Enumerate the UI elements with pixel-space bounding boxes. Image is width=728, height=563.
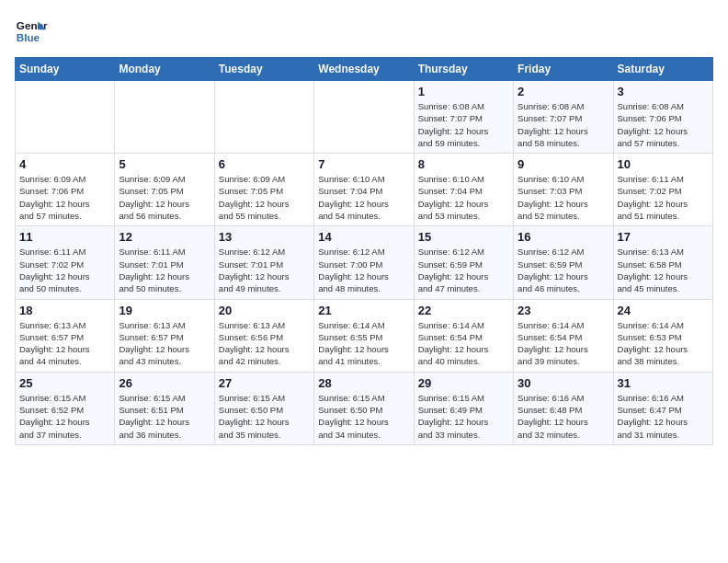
day-number: 16 (518, 230, 609, 244)
day-number: 29 (418, 376, 509, 390)
calendar-cell: 17Sunrise: 6:13 AMSunset: 6:58 PMDayligh… (613, 226, 712, 299)
calendar-cell (16, 81, 115, 154)
day-number: 17 (618, 230, 709, 244)
day-info: Sunrise: 6:13 AMSunset: 6:57 PMDaylight:… (119, 319, 210, 368)
calendar-cell: 15Sunrise: 6:12 AMSunset: 6:59 PMDayligh… (414, 226, 513, 299)
day-info: Sunrise: 6:09 AMSunset: 7:05 PMDaylight:… (119, 173, 210, 222)
day-number: 26 (119, 376, 210, 390)
day-info: Sunrise: 6:09 AMSunset: 7:05 PMDaylight:… (219, 173, 310, 222)
svg-text:Blue: Blue (17, 31, 40, 43)
header: General Blue (15, 15, 713, 48)
calendar-cell: 6Sunrise: 6:09 AMSunset: 7:05 PMDaylight… (214, 154, 313, 226)
day-info: Sunrise: 6:13 AMSunset: 6:58 PMDaylight:… (618, 246, 709, 294)
calendar-cell: 2Sunrise: 6:08 AMSunset: 7:07 PMDaylight… (514, 81, 613, 154)
day-info: Sunrise: 6:11 AMSunset: 7:01 PMDaylight:… (119, 246, 210, 294)
calendar-cell: 3Sunrise: 6:08 AMSunset: 7:06 PMDaylight… (613, 81, 712, 154)
day-number: 15 (418, 230, 509, 244)
day-number: 23 (518, 304, 609, 317)
calendar-cell: 24Sunrise: 6:14 AMSunset: 6:53 PMDayligh… (613, 299, 712, 372)
day-info: Sunrise: 6:11 AMSunset: 7:02 PMDaylight:… (19, 246, 110, 294)
day-info: Sunrise: 6:09 AMSunset: 7:06 PMDaylight:… (19, 173, 110, 222)
calendar-cell: 30Sunrise: 6:16 AMSunset: 6:48 PMDayligh… (514, 372, 613, 444)
day-number: 6 (219, 157, 310, 171)
header-sunday: Sunday (16, 58, 115, 81)
day-number: 7 (318, 157, 409, 171)
day-info: Sunrise: 6:16 AMSunset: 6:47 PMDaylight:… (618, 392, 709, 441)
day-info: Sunrise: 6:15 AMSunset: 6:49 PMDaylight:… (418, 392, 509, 441)
calendar-cell: 29Sunrise: 6:15 AMSunset: 6:49 PMDayligh… (414, 372, 513, 444)
calendar-cell: 23Sunrise: 6:14 AMSunset: 6:54 PMDayligh… (514, 299, 613, 372)
calendar-cell: 31Sunrise: 6:16 AMSunset: 6:47 PMDayligh… (613, 372, 712, 444)
header-friday: Friday (514, 58, 613, 81)
day-info: Sunrise: 6:13 AMSunset: 6:56 PMDaylight:… (219, 319, 310, 368)
day-number: 5 (119, 157, 210, 171)
day-number: 1 (418, 85, 509, 98)
calendar-cell: 8Sunrise: 6:10 AMSunset: 7:04 PMDaylight… (414, 154, 513, 226)
day-number: 9 (518, 157, 609, 171)
day-number: 8 (418, 157, 509, 171)
day-number: 30 (518, 376, 609, 390)
day-number: 13 (219, 230, 310, 244)
calendar-week-row: 4Sunrise: 6:09 AMSunset: 7:06 PMDaylight… (16, 154, 713, 226)
calendar-cell: 20Sunrise: 6:13 AMSunset: 6:56 PMDayligh… (214, 299, 313, 372)
calendar-cell: 4Sunrise: 6:09 AMSunset: 7:06 PMDaylight… (16, 154, 115, 226)
calendar-cell: 12Sunrise: 6:11 AMSunset: 7:01 PMDayligh… (115, 226, 214, 299)
day-info: Sunrise: 6:08 AMSunset: 7:07 PMDaylight:… (518, 100, 609, 149)
calendar-cell: 19Sunrise: 6:13 AMSunset: 6:57 PMDayligh… (115, 299, 214, 372)
calendar-cell: 18Sunrise: 6:13 AMSunset: 6:57 PMDayligh… (16, 299, 115, 372)
day-info: Sunrise: 6:08 AMSunset: 7:07 PMDaylight:… (418, 100, 509, 149)
calendar-cell: 10Sunrise: 6:11 AMSunset: 7:02 PMDayligh… (613, 154, 712, 226)
day-number: 2 (518, 85, 609, 98)
header-thursday: Thursday (414, 58, 513, 81)
day-number: 18 (19, 304, 110, 317)
day-info: Sunrise: 6:08 AMSunset: 7:06 PMDaylight:… (618, 100, 709, 149)
calendar-cell: 26Sunrise: 6:15 AMSunset: 6:51 PMDayligh… (115, 372, 214, 444)
day-number: 10 (618, 157, 709, 171)
header-saturday: Saturday (613, 58, 712, 81)
day-number: 12 (119, 230, 210, 244)
day-info: Sunrise: 6:12 AMSunset: 7:01 PMDaylight:… (219, 246, 310, 294)
day-number: 27 (219, 376, 310, 390)
day-info: Sunrise: 6:15 AMSunset: 6:51 PMDaylight:… (119, 392, 210, 441)
day-info: Sunrise: 6:14 AMSunset: 6:53 PMDaylight:… (618, 319, 709, 368)
calendar-table: SundayMondayTuesdayWednesdayThursdayFrid… (15, 57, 713, 445)
logo: General Blue (15, 15, 48, 48)
day-info: Sunrise: 6:12 AMSunset: 6:59 PMDaylight:… (518, 246, 609, 294)
day-info: Sunrise: 6:15 AMSunset: 6:50 PMDaylight:… (219, 392, 310, 441)
day-info: Sunrise: 6:12 AMSunset: 7:00 PMDaylight:… (318, 246, 409, 294)
logo-icon: General Blue (15, 15, 48, 48)
day-number: 21 (318, 304, 409, 317)
day-number: 28 (318, 376, 409, 390)
day-number: 25 (19, 376, 110, 390)
day-info: Sunrise: 6:16 AMSunset: 6:48 PMDaylight:… (518, 392, 609, 441)
day-info: Sunrise: 6:11 AMSunset: 7:02 PMDaylight:… (618, 173, 709, 222)
calendar-cell: 16Sunrise: 6:12 AMSunset: 6:59 PMDayligh… (514, 226, 613, 299)
day-number: 31 (618, 376, 709, 390)
calendar-cell: 22Sunrise: 6:14 AMSunset: 6:54 PMDayligh… (414, 299, 513, 372)
day-info: Sunrise: 6:14 AMSunset: 6:54 PMDaylight:… (518, 319, 609, 368)
header-wednesday: Wednesday (314, 58, 414, 81)
day-number: 3 (618, 85, 709, 98)
calendar-cell: 13Sunrise: 6:12 AMSunset: 7:01 PMDayligh… (214, 226, 313, 299)
calendar-cell: 14Sunrise: 6:12 AMSunset: 7:00 PMDayligh… (314, 226, 414, 299)
calendar-cell: 7Sunrise: 6:10 AMSunset: 7:04 PMDaylight… (314, 154, 414, 226)
day-info: Sunrise: 6:15 AMSunset: 6:52 PMDaylight:… (19, 392, 110, 441)
calendar-week-row: 25Sunrise: 6:15 AMSunset: 6:52 PMDayligh… (16, 372, 713, 444)
day-number: 11 (19, 230, 110, 244)
calendar-cell: 27Sunrise: 6:15 AMSunset: 6:50 PMDayligh… (214, 372, 313, 444)
calendar-week-row: 1Sunrise: 6:08 AMSunset: 7:07 PMDaylight… (16, 81, 713, 154)
day-info: Sunrise: 6:15 AMSunset: 6:50 PMDaylight:… (318, 392, 409, 441)
calendar-header-row: SundayMondayTuesdayWednesdayThursdayFrid… (16, 58, 713, 81)
calendar-cell (115, 81, 214, 154)
day-number: 22 (418, 304, 509, 317)
calendar-cell (314, 81, 414, 154)
calendar-cell: 5Sunrise: 6:09 AMSunset: 7:05 PMDaylight… (115, 154, 214, 226)
day-number: 19 (119, 304, 210, 317)
calendar-cell: 11Sunrise: 6:11 AMSunset: 7:02 PMDayligh… (16, 226, 115, 299)
calendar-cell: 9Sunrise: 6:10 AMSunset: 7:03 PMDaylight… (514, 154, 613, 226)
day-info: Sunrise: 6:12 AMSunset: 6:59 PMDaylight:… (418, 246, 509, 294)
day-number: 20 (219, 304, 310, 317)
day-info: Sunrise: 6:14 AMSunset: 6:55 PMDaylight:… (318, 319, 409, 368)
calendar-cell: 21Sunrise: 6:14 AMSunset: 6:55 PMDayligh… (314, 299, 414, 372)
day-number: 4 (19, 157, 110, 171)
